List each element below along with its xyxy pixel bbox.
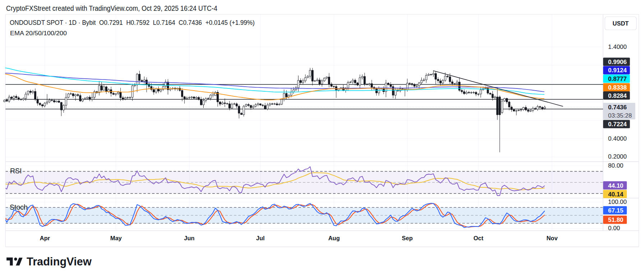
svg-text:CryptoFXStreet created with Tr: CryptoFXStreet created with TradingView.… [6,4,217,12]
svg-text:0.7224: 0.7224 [608,121,627,128]
svg-text:Jun: Jun [184,235,194,241]
svg-text:0.8777: 0.8777 [608,76,627,82]
svg-text:EMA 20/50/100/200: EMA 20/50/100/200 [10,30,67,36]
svg-text:0.9906: 0.9906 [608,59,627,65]
svg-text:0.8338: 0.8338 [608,84,627,91]
svg-text:51.80: 51.80 [608,217,624,223]
svg-text:Oct: Oct [473,235,483,241]
svg-text:0.4000: 0.4000 [608,135,627,142]
svg-text:Apr: Apr [40,235,50,241]
svg-text:40.14: 40.14 [608,191,624,198]
svg-text:RSI: RSI [10,167,22,175]
svg-text:Jul: Jul [256,235,265,241]
svg-text:80.00: 80.00 [608,162,624,169]
svg-text:TradingView: TradingView [27,255,92,268]
svg-text:USDT: USDT [613,20,629,27]
svg-text:0.00: 0.00 [608,225,620,232]
svg-text:Nov: Nov [546,235,558,241]
svg-text:0.7436: 0.7436 [608,104,627,111]
svg-text:1.4000: 1.4000 [608,44,627,50]
svg-text:0.2000: 0.2000 [608,153,627,160]
svg-text:100.00: 100.00 [608,199,627,205]
svg-text:ONDOUSDT SPOT · 1D · Bybit O0: ONDOUSDT SPOT · 1D · Bybit O0.7291 H0.75… [10,19,255,26]
svg-text:Sep: Sep [402,235,413,241]
svg-text:0.9124: 0.9124 [608,67,627,74]
svg-text:44.10: 44.10 [608,182,624,189]
svg-text:03:35:28: 03:35:28 [608,112,632,119]
svg-text:67.15: 67.15 [608,207,624,214]
svg-text:Aug: Aug [328,235,340,241]
svg-text:May: May [110,235,122,241]
svg-text:0.8284: 0.8284 [608,92,627,99]
svg-text:Stoch: Stoch [10,203,28,211]
